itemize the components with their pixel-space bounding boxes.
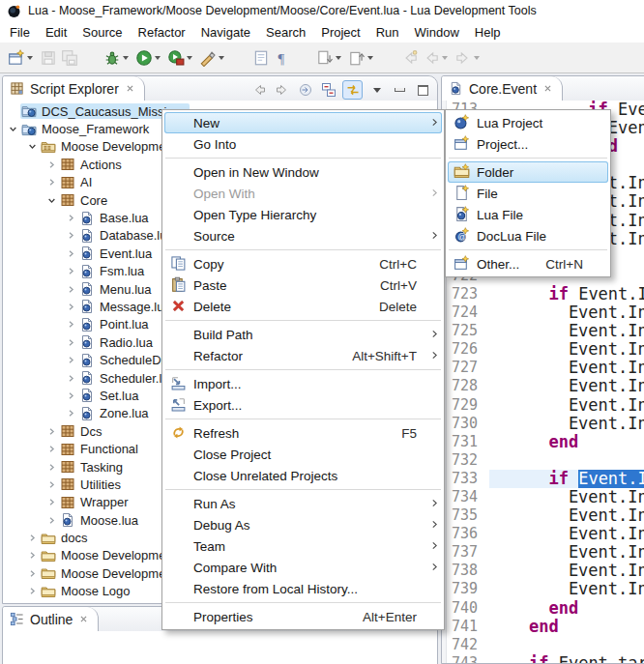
expander-collapsed-icon[interactable] (44, 476, 59, 492)
line-number[interactable]: 724 (447, 303, 489, 322)
expander-collapsed-icon[interactable] (44, 157, 59, 172)
new-submenu-item-file[interactable]: File (448, 183, 608, 204)
expander-collapsed-icon[interactable] (25, 584, 40, 599)
tree-item-content[interactable]: AI (59, 175, 95, 190)
code-line-734[interactable]: 734 Event.IniDCSUnitName = Event.IniDCSU… (447, 488, 644, 506)
expander-collapsed-icon[interactable] (25, 531, 40, 546)
code-line-727[interactable]: 727 Event.IniUnit = STATIC:FindByName( E… (447, 359, 644, 377)
new-submenu-item-project[interactable]: Project... (448, 133, 608, 155)
line-number[interactable]: 733 (447, 470, 489, 488)
context-menu-item-copy[interactable]: CopyCtrl+C (164, 253, 442, 274)
previous-annotation-dropdown-icon[interactable] (367, 56, 373, 60)
code-line-725[interactable]: 725 Event.IniDCSUnitName = Event.IniDCSU… (447, 322, 644, 340)
line-number[interactable]: 738 (447, 562, 489, 580)
code-line-730[interactable]: 730 Event.IniCoalition = Event.IniDCSUni… (447, 415, 644, 433)
tree-item-content[interactable]: Core (59, 192, 110, 208)
expander-collapsed-icon[interactable] (44, 442, 59, 457)
code-line-731[interactable]: 731 end (447, 433, 644, 451)
context-menu-item-debug-as[interactable]: Debug As (164, 514, 442, 535)
code-line-726[interactable]: 726 Event.IniUnitName = Event.IniDCSUnit… (447, 340, 644, 359)
new-wizard-button[interactable] (6, 46, 38, 70)
tab-core-event[interactable]: Core.Event (442, 76, 563, 101)
context-menu-item-open-type-hierarchy[interactable]: Open Type Hierarchy (164, 204, 442, 225)
context-menu-item-team[interactable]: Team (164, 535, 442, 557)
line-number[interactable]: 736 (447, 525, 489, 543)
line-number[interactable]: 734 (447, 488, 489, 506)
context-menu-item-delete[interactable]: DeleteDelete (164, 296, 442, 317)
forward-dropdown-icon[interactable] (474, 56, 480, 60)
tree-item-content[interactable]: docs (40, 531, 90, 546)
expander-collapsed-icon[interactable] (44, 512, 59, 528)
tree-item-content[interactable]: Menu.lua (78, 281, 154, 297)
line-number[interactable]: 725 (447, 322, 489, 340)
expander-collapsed-icon[interactable] (64, 281, 78, 297)
context-menu-item-refresh[interactable]: RefreshF5 (164, 422, 442, 444)
expander-collapsed-icon[interactable] (64, 245, 78, 261)
tab-outline[interactable]: Outline (3, 607, 99, 631)
tree-item-content[interactable]: Moose Logo (40, 584, 133, 599)
expander-collapsed-icon[interactable] (64, 228, 78, 244)
menubar-item-search[interactable]: Search (258, 22, 313, 43)
expander-collapsed-icon[interactable] (44, 423, 59, 439)
tree-item-content[interactable]: Tasking (59, 459, 126, 475)
menubar-item-file[interactable]: File (2, 22, 38, 43)
code-line-735[interactable]: 735 Event.IniUnitName = Event.IniDCSUnit… (447, 506, 644, 525)
expander-collapsed-icon[interactable] (64, 334, 78, 350)
link-with-editor-button[interactable] (342, 80, 363, 100)
debug-dropdown-icon[interactable] (123, 56, 129, 60)
close-icon[interactable] (542, 83, 553, 94)
code-line-737[interactable]: 737 Event.IniCategory = Unit.Category.SC… (447, 543, 644, 562)
show-whitespace-button[interactable]: ¶ (272, 46, 293, 70)
tree-item-content[interactable]: Moose_Framework (20, 122, 152, 137)
new-submenu-item-lua-file[interactable]: Lua File (448, 204, 608, 225)
expander-collapsed-icon[interactable] (64, 388, 78, 403)
context-menu-item-close-project[interactable]: Close Project (164, 444, 442, 465)
line-number[interactable]: 723 (447, 285, 489, 303)
context-menu-item-export[interactable]: Export... (164, 394, 442, 416)
expander-collapsed-icon[interactable] (25, 565, 40, 581)
code-line-741[interactable]: 741 end (447, 618, 644, 636)
tree-item-content[interactable]: Set.lua (78, 388, 141, 403)
line-number[interactable]: 740 (447, 599, 489, 618)
forward-button[interactable] (453, 46, 484, 70)
run-dropdown-icon[interactable] (155, 56, 161, 60)
previous-annotation-button[interactable] (346, 46, 378, 70)
code-line-742[interactable]: 742 (447, 636, 644, 654)
line-number[interactable]: 730 (447, 415, 489, 433)
expander-collapsed-icon[interactable] (44, 495, 59, 510)
expander-collapsed-icon[interactable] (64, 211, 78, 226)
context-menu-item-compare-with[interactable]: Compare With (164, 557, 442, 578)
coverage-button[interactable] (165, 46, 197, 70)
line-number[interactable]: 731 (447, 433, 489, 451)
menubar-item-help[interactable]: Help (467, 22, 509, 43)
save-button[interactable] (38, 46, 59, 70)
save-all-button[interactable] (59, 46, 80, 70)
line-number[interactable]: 737 (447, 543, 489, 562)
code-line-724[interactable]: 724 Event.IniDCSUnit = Event.initiator (447, 303, 644, 322)
line-number[interactable]: 743 (447, 654, 489, 663)
expander-collapsed-icon[interactable] (64, 353, 78, 368)
minimize-button[interactable] (391, 81, 409, 99)
mark-occurrences-button[interactable] (250, 46, 272, 70)
go-into-button[interactable] (296, 81, 314, 99)
run-button[interactable] (133, 46, 165, 70)
context-menu-item-close-unrelated-projects[interactable]: Close Unrelated Projects (164, 465, 442, 486)
expander-collapsed-icon[interactable] (64, 264, 78, 279)
context-menu-item-go-into[interactable]: Go Into (164, 133, 442, 155)
external-tools-dropdown-icon[interactable] (219, 56, 224, 60)
expander-expanded-icon[interactable] (25, 139, 40, 155)
line-number[interactable]: 742 (447, 636, 489, 654)
tree-item-content[interactable]: Moose Development (40, 565, 179, 581)
expander-collapsed-icon[interactable] (44, 459, 59, 475)
expander-collapsed-icon[interactable] (44, 175, 59, 190)
context-menu-item-source[interactable]: Source (164, 225, 442, 246)
line-number[interactable]: 729 (447, 396, 489, 415)
expander-collapsed-icon[interactable] (64, 317, 78, 332)
new-submenu-item-other[interactable]: Other...Ctrl+N (448, 253, 608, 274)
expander-collapsed-icon[interactable] (64, 370, 78, 386)
menubar-item-window[interactable]: Window (407, 22, 467, 43)
new-submenu-item-lua-project[interactable]: Lua Project (448, 112, 608, 133)
tree-item-content[interactable]: Point.lua (78, 317, 152, 332)
code-line-738[interactable]: 738 Event.IniTypeName = Event.IniDCSUnit… (447, 562, 644, 580)
view-menu-button[interactable] (367, 81, 386, 99)
